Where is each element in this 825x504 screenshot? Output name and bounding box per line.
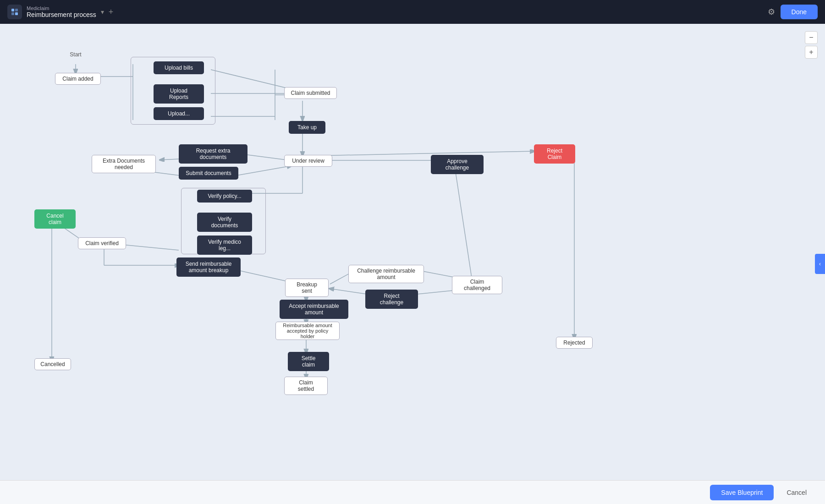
accept-reimbursable-node[interactable]: Accept reimbursable amount: [280, 300, 348, 319]
cancelled-node[interactable]: Cancelled: [34, 358, 71, 370]
svg-line-37: [314, 151, 534, 156]
take-up-node[interactable]: Take up: [289, 121, 325, 134]
cancel-button[interactable]: Cancel: [779, 485, 814, 500]
claim-submitted-node[interactable]: Claim submitted: [284, 87, 337, 99]
done-button[interactable]: Done: [781, 5, 818, 19]
svg-line-30: [330, 289, 370, 295]
upload-other-node[interactable]: Upload...: [154, 107, 204, 120]
svg-line-17: [234, 166, 291, 176]
svg-rect-1: [15, 9, 18, 11]
submit-documents-node[interactable]: Submit documents: [179, 167, 238, 180]
header-titles: Mediclaim Reimbursement process: [27, 5, 96, 18]
claim-added-node[interactable]: Claim added: [55, 73, 101, 85]
upload-reports-node[interactable]: Upload Reports: [154, 84, 204, 104]
reimbursable-accepted-node[interactable]: Reimbursable amount accepted by policy h…: [275, 322, 340, 340]
approve-challenge-node[interactable]: Approve challenge: [431, 155, 484, 174]
header: Mediclaim Reimbursement process ▾ + ⚙ Do…: [0, 0, 825, 24]
rejected-node[interactable]: Rejected: [556, 337, 593, 349]
request-extra-docs-node[interactable]: Request extra documents: [179, 144, 248, 164]
reject-challenge-node[interactable]: Reject challenge: [365, 290, 418, 309]
upload-bills-node[interactable]: Upload bills: [154, 61, 204, 74]
challenge-reimbursable-node[interactable]: Challenge reimbursable amount: [348, 265, 424, 283]
gear-icon[interactable]: ⚙: [768, 7, 775, 17]
zoom-controls: − +: [805, 31, 818, 59]
connections-svg: [0, 24, 825, 504]
process-name: Reimbursement process: [27, 11, 96, 18]
svg-line-31: [454, 160, 472, 280]
header-right: ⚙ Done: [768, 5, 818, 19]
verify-documents-node[interactable]: Verify documents: [197, 213, 252, 232]
app-icon: [7, 5, 22, 19]
claim-challenged-node[interactable]: Claim challenged: [452, 276, 502, 294]
add-icon[interactable]: +: [109, 7, 114, 17]
zoom-out-button[interactable]: −: [805, 31, 818, 44]
save-blueprint-button[interactable]: Save Blueprint: [710, 485, 774, 500]
side-panel-toggle[interactable]: ‹: [815, 254, 825, 274]
cancel-claim-node[interactable]: Cancel claim: [34, 209, 76, 229]
reject-claim-node[interactable]: Reject Claim: [534, 144, 575, 164]
verify-medico-node[interactable]: Verify medico leg...: [197, 236, 252, 255]
breakup-sent-node[interactable]: Breakup sent: [285, 279, 329, 297]
claim-settled-node[interactable]: Claim settled: [284, 377, 328, 395]
zoom-in-button[interactable]: +: [805, 46, 818, 59]
under-review-node[interactable]: Under review: [284, 155, 332, 167]
svg-rect-2: [11, 12, 14, 15]
svg-rect-0: [11, 9, 14, 11]
app-name: Mediclaim: [27, 5, 96, 11]
verify-policy-node[interactable]: Verify policy...: [197, 190, 252, 203]
bottom-bar: Save Blueprint Cancel: [0, 480, 825, 504]
start-node: Start: [66, 51, 85, 58]
header-left: Mediclaim Reimbursement process ▾ +: [7, 5, 113, 19]
send-reimbursable-node[interactable]: Send reimbursable amount breakup: [176, 257, 241, 277]
svg-rect-3: [15, 12, 18, 15]
settle-claim-node[interactable]: Settle claim: [288, 352, 329, 371]
canvas: Start Claim added Upload bills Upload Re…: [0, 24, 825, 504]
extra-docs-needed-node[interactable]: Extra Documents needed: [92, 155, 156, 173]
claim-verified-node[interactable]: Claim verified: [78, 237, 126, 249]
chevron-down-icon[interactable]: ▾: [101, 8, 104, 16]
